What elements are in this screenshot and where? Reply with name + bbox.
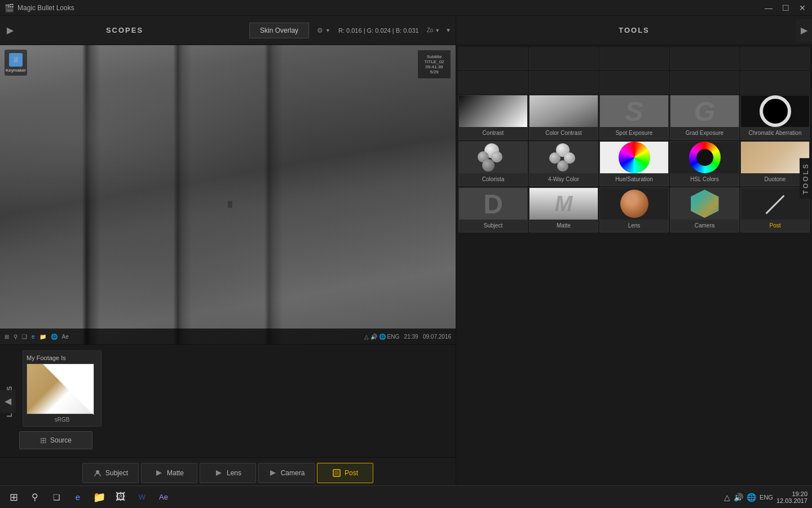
taskbar-search-icon: ⚲	[32, 492, 38, 502]
taskbar-word-button[interactable]: W	[133, 488, 151, 506]
hsl-circle-icon	[689, 142, 721, 173]
photos-icon: 🖼	[116, 491, 126, 503]
pipeline-subject-button[interactable]: Subject	[82, 463, 139, 483]
start-button[interactable]: ⊞	[5, 488, 23, 506]
tool-card-lens[interactable]: Lens	[599, 187, 669, 233]
spot-exposure-thumbnail: S	[600, 95, 668, 127]
tools-side-label: TOOLS	[800, 158, 812, 199]
tray-network-icon: 🌐	[747, 493, 756, 502]
app-title: Magic Bullet Looks	[17, 4, 74, 12]
pipeline-matte-button[interactable]: Matte	[141, 463, 197, 483]
svg-marker-2	[216, 470, 222, 476]
tool-card-empty-2[interactable]	[529, 47, 598, 70]
hue-wheel-icon	[619, 142, 650, 173]
svg-marker-1	[156, 470, 162, 476]
hsl-colors-label: HSL Colors	[690, 176, 719, 182]
tool-card-hue-saturation[interactable]: Hue/Saturation	[599, 141, 669, 186]
status-ae-icon: Ae	[62, 334, 69, 340]
grad-g-icon: G	[694, 96, 715, 127]
title-bar-left: 🎬 Magic Bullet Looks	[5, 3, 74, 12]
tool-card-hsl-colors[interactable]: HSL Colors	[670, 141, 739, 186]
tools-row-empty1	[458, 47, 810, 70]
pipeline-post-button[interactable]: Post	[317, 463, 373, 483]
post-thumbnail	[741, 188, 809, 220]
tools-title: TOOLS	[619, 26, 650, 34]
4way-label: 4-Way Color	[548, 176, 579, 182]
gear-icon: ⚙	[317, 27, 323, 34]
tool-card-matte[interactable]: M Matte	[529, 187, 598, 233]
tools-right-arrow[interactable]: ▶	[796, 19, 812, 42]
app-icon: 🎬	[5, 3, 14, 12]
tool-card-colorista[interactable]: Colorista	[458, 141, 528, 186]
tool-card-subject[interactable]: D Subject	[458, 187, 528, 233]
scope-zoom-label: Zo	[427, 27, 434, 33]
camera-pipeline-label: Camera	[281, 469, 305, 477]
spot-exposure-label: Spot Exposure	[616, 130, 653, 136]
taskbar-date-display: 12.03.2017	[776, 497, 807, 504]
left-panel: ▶ SCOPES Skin Overlay ⚙ ▼ R: 0.016 | G: …	[0, 16, 456, 508]
zoom-chevron-icon: ▼	[435, 28, 440, 33]
looks-left-arrow[interactable]: ◀	[0, 390, 16, 413]
tool-card-grad-exposure[interactable]: G Grad Exposure	[670, 95, 739, 140]
scopes-toggle-button[interactable]: ▶	[0, 16, 20, 45]
tool-card-empty-7[interactable]	[529, 71, 598, 94]
scope-settings-button[interactable]: ⚙ ▼	[317, 27, 330, 34]
taskbar-taskview-button[interactable]: ❑	[47, 488, 65, 506]
taskbar-search-button[interactable]: ⚲	[26, 488, 44, 506]
taskbar-taskview-icon: ❑	[53, 493, 60, 502]
minimize-button[interactable]: —	[764, 3, 774, 12]
desktop-icon-1: 🖥 Keymaker	[5, 50, 27, 76]
preview-overlay-right: SubtitleTITLE_0209:41:395/29	[417, 50, 451, 79]
tool-card-chromatic[interactable]: Chromatic Aberration	[740, 95, 810, 140]
status-search-icon: ⚲	[14, 334, 17, 340]
title-bar-controls[interactable]: — ☐ ✕	[764, 3, 807, 12]
skin-overlay-tab[interactable]: Skin Overlay	[249, 23, 309, 38]
scopes-dropdown-arrow[interactable]: ▼	[445, 27, 451, 33]
source-button[interactable]: ⊞ Source	[19, 431, 92, 449]
taskbar-photos-button[interactable]: 🖼	[112, 488, 130, 506]
tools-row-exposure: Contrast Color Contrast S Spot Exposure	[458, 95, 810, 140]
tool-card-empty-8[interactable]	[599, 71, 669, 94]
footage-thumb-diagonal	[43, 364, 94, 415]
tool-card-color-contrast[interactable]: Color Contrast	[529, 95, 598, 140]
camera-tool-label: Camera	[695, 222, 715, 229]
fourway-circles-icon	[547, 141, 581, 174]
camera-cube-icon	[691, 190, 719, 218]
subject-pipeline-icon	[93, 468, 102, 478]
taskbar-folder-button[interactable]: 📁	[90, 488, 108, 506]
tool-card-empty-4[interactable]	[670, 47, 739, 70]
tool-card-contrast[interactable]: Contrast	[458, 95, 528, 140]
grad-exposure-thumbnail: G	[670, 95, 739, 127]
subject-tool-label: Subject	[484, 222, 502, 229]
status-ie-icon: e	[32, 334, 35, 340]
arrow-right-icon: ▶	[801, 25, 807, 36]
post-tool-label: Post	[769, 222, 780, 229]
camera-pipeline-icon	[268, 468, 277, 478]
tool-card-camera[interactable]: Camera	[670, 187, 739, 233]
tool-card-empty-5[interactable]	[740, 47, 810, 70]
color-contrast-thumbnail	[529, 95, 598, 127]
status-tray: △ 🔊 🌐 ENG 21:39 09.07.2016	[364, 334, 451, 340]
tool-card-empty-6[interactable]	[458, 71, 528, 94]
word-icon: W	[139, 493, 145, 501]
chromatic-circle-icon	[760, 95, 791, 127]
matte-thumbnail: M	[529, 188, 598, 220]
tool-card-empty-3[interactable]	[599, 47, 669, 70]
tool-card-spot-exposure[interactable]: S Spot Exposure	[599, 95, 669, 140]
matte-dl-icon: M	[555, 192, 573, 216]
scope-zoom-dropdown[interactable]: Zo ▼	[427, 27, 440, 33]
close-button[interactable]: ✕	[797, 3, 807, 12]
matte-pipeline-icon	[155, 468, 164, 478]
scopes-bar-right: Skin Overlay ⚙ ▼ R: 0.016 | G: 0.024 | B…	[249, 23, 451, 38]
tool-card-4way-color[interactable]: 4-Way Color	[529, 141, 598, 186]
colorista-thumbnail	[459, 142, 527, 173]
pipeline-camera-button[interactable]: Camera	[258, 463, 315, 483]
pipeline-lens-button[interactable]: Lens	[200, 463, 256, 483]
tool-card-empty-9[interactable]	[670, 71, 739, 94]
taskbar-system-tray: △ 🔊 🌐 ENG 19:20 12.03.2017	[724, 491, 807, 504]
taskbar-ae-button[interactable]: Ae	[155, 488, 173, 506]
maximize-button[interactable]: ☐	[780, 3, 791, 12]
tool-card-empty-1[interactable]	[458, 47, 528, 70]
taskbar-browser-button[interactable]: e	[69, 488, 87, 506]
tool-card-empty-10[interactable]	[740, 71, 810, 94]
